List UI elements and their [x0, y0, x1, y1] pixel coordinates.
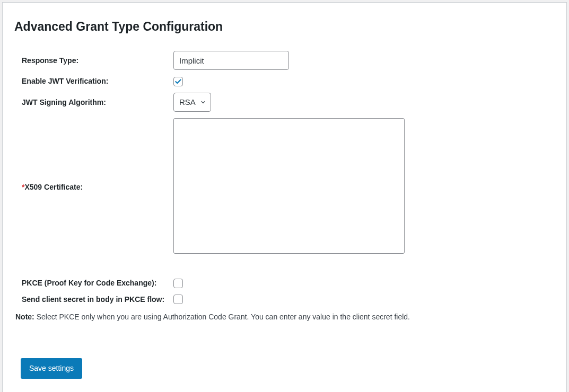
jwt-alg-label: JWT Signing Algorithm: [14, 90, 173, 115]
settings-table: Response Type: Enable JWT Verification: … [14, 48, 555, 307]
client-secret-body-label: Send client secret in body in PKCE flow: [14, 291, 173, 308]
note-text: Select PKCE only when you are using Auth… [34, 313, 410, 321]
jwt-alg-select[interactable]: RSA [173, 93, 211, 112]
client-secret-body-checkbox[interactable] [173, 295, 183, 304]
save-settings-button[interactable]: Save settings [21, 358, 82, 378]
check-icon [174, 78, 182, 85]
x509-certificate-textarea[interactable] [173, 118, 405, 254]
response-type-input[interactable] [173, 51, 289, 70]
enable-jwt-checkbox[interactable] [173, 77, 183, 86]
page-title: Advanced Grant Type Configuration [14, 20, 555, 34]
enable-jwt-label: Enable JWT Verification: [14, 73, 173, 90]
pkce-note: Note: Select PKCE only when you are usin… [15, 313, 555, 321]
note-label: Note: [15, 313, 34, 321]
pkce-checkbox[interactable] [173, 279, 183, 288]
advanced-grant-type-panel: Advanced Grant Type Configuration Respon… [2, 2, 567, 392]
x509-label: X509 Certificate: [24, 183, 83, 191]
response-type-label: Response Type: [14, 48, 173, 73]
pkce-label: PKCE (Proof Key for Code Exchange): [14, 275, 173, 291]
